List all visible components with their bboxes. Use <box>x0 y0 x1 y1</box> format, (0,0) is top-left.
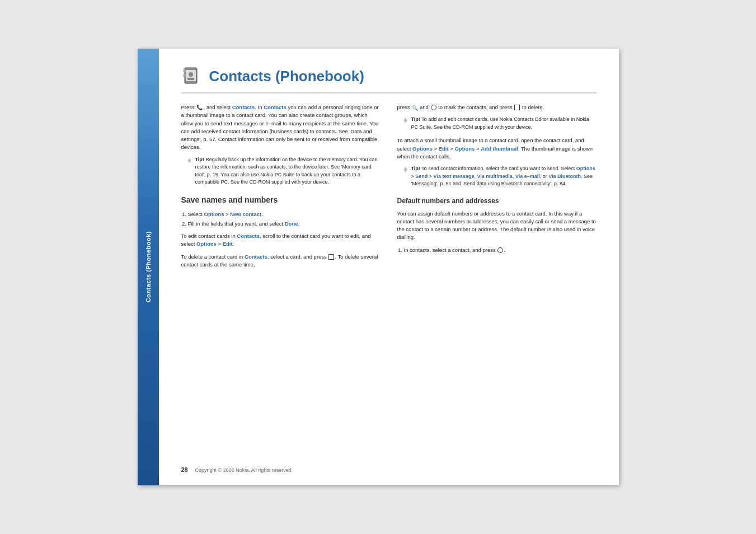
circle-btn-icon <box>431 105 436 110</box>
chapter-icon <box>181 65 203 87</box>
edit-paragraph: To edit contact cards in Contacts, scrol… <box>181 232 381 249</box>
page-container: Contacts (Phonebook) Contacts (Phonebook… <box>138 49 619 485</box>
tip-text-1: Regularly back up the information on the… <box>195 157 378 185</box>
circle-btn-icon-2 <box>497 247 503 253</box>
tip-content-1: Tip! Regularly back up the information o… <box>195 156 381 186</box>
delete-continued-paragraph: press 🔍 and to mark the contacts, and pr… <box>397 104 597 111</box>
tip-icon-3: ✳ <box>403 165 408 188</box>
chapter-header: Contacts (Phonebook) <box>181 65 597 93</box>
left-column: Press 📞, and select Contacts. In Contact… <box>181 104 381 273</box>
tip-label-3: Tip! <box>411 166 420 171</box>
intro-paragraph: Press 📞, and select Contacts. In Contact… <box>181 104 381 152</box>
thumbnail-paragraph: To attach a small thumbnail image to a c… <box>397 137 597 161</box>
save-step-1: Select Options > New contact. <box>188 210 381 218</box>
sidebar-tab: Contacts (Phonebook) <box>138 49 159 485</box>
tip-text-3: To send contact information, select the … <box>411 166 595 186</box>
tip-box-2: ✳ Tip! To add and edit contact cards, us… <box>403 116 597 131</box>
default-step-1: In contacts, select a contact, and press… <box>404 246 597 254</box>
save-step-2: Fill in the fields that you want, and se… <box>188 220 381 228</box>
main-content: Contacts (Phonebook) Press 📞, and select… <box>159 49 619 485</box>
section-heading-default: Default numbers and addresses <box>397 196 597 206</box>
tip-box-3: ✳ Tip! To send contact information, sele… <box>403 165 597 188</box>
default-steps-list: In contacts, select a contact, and press… <box>404 246 597 254</box>
tip-text-2: To add and edit contact cards, use Nokia… <box>411 116 589 130</box>
svg-rect-1 <box>184 69 186 72</box>
tip-icon-2: ✳ <box>403 116 408 131</box>
tip-box-1: ✳ Tip! Regularly back up the information… <box>187 156 381 186</box>
chapter-title: Contacts (Phonebook) <box>209 68 364 85</box>
default-paragraph: You can assign default numbers or addres… <box>397 210 597 242</box>
right-column: press 🔍 and to mark the contacts, and pr… <box>397 104 597 273</box>
back-key-icon <box>328 254 334 260</box>
tip-icon-1: ✳ <box>187 156 192 186</box>
tip-label-2: Tip! <box>411 116 420 122</box>
back-key-icon-2 <box>514 105 520 110</box>
tip-content-2: Tip! To add and edit contact cards, use … <box>411 116 597 131</box>
tip-label-1: Tip! <box>195 157 204 162</box>
sidebar-label: Contacts (Phonebook) <box>145 231 152 302</box>
page-number: 28 <box>181 466 188 473</box>
content-columns: Press 📞, and select Contacts. In Contact… <box>181 104 597 273</box>
svg-point-4 <box>189 72 193 77</box>
search-icon: 🔍 <box>412 105 417 110</box>
phone-icon: 📞 <box>196 104 203 112</box>
copyright-text: Copyright © 2006 Nokia. All rights reser… <box>195 467 293 473</box>
tip-content-3: Tip! To send contact information, select… <box>411 165 597 188</box>
section-heading-save: Save names and numbers <box>181 194 381 206</box>
svg-rect-5 <box>187 78 194 80</box>
delete-paragraph: To delete a contact card in Contacts, se… <box>181 253 381 269</box>
svg-rect-2 <box>184 74 186 77</box>
save-steps-list: Select Options > New contact. Fill in th… <box>188 210 381 228</box>
